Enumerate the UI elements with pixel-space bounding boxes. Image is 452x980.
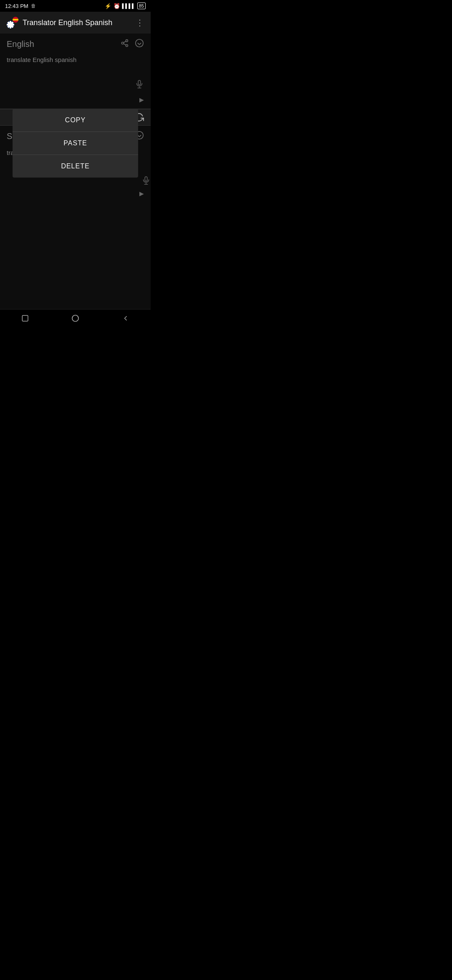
signal-icon: ▌▌▌▌ <box>122 3 135 8</box>
context-menu: COPY PASTE DELETE <box>13 109 138 178</box>
nav-square-button[interactable] <box>17 310 33 327</box>
nav-back-button[interactable] <box>117 310 134 327</box>
status-time: 12:43 PM <box>5 3 28 9</box>
bluetooth-icon: ⚡ <box>105 3 111 9</box>
context-menu-copy[interactable]: COPY <box>13 109 138 132</box>
app-title: Translator English Spanish <box>23 18 131 27</box>
nav-bar <box>0 309 151 327</box>
context-menu-delete[interactable]: DELETE <box>13 155 138 178</box>
battery-icon: 85 <box>137 3 146 9</box>
status-bar-right: ⚡ ⏰ ▌▌▌▌ 85 <box>105 3 146 9</box>
uk-flag <box>7 21 14 28</box>
es-flag <box>13 17 18 23</box>
svg-point-19 <box>72 315 79 321</box>
context-menu-paste[interactable]: PASTE <box>13 132 138 155</box>
status-bar-left: 12:43 PM 🗑 <box>5 3 36 9</box>
status-bar: 12:43 PM 🗑 ⚡ ⏰ ▌▌▌▌ 85 <box>0 0 151 12</box>
nav-home-button[interactable] <box>67 310 84 327</box>
app-logo <box>7 17 18 28</box>
context-menu-overlay[interactable]: COPY PASTE DELETE <box>0 34 151 309</box>
more-options-icon[interactable]: ⋮ <box>136 18 144 28</box>
app-bar: Translator English Spanish ⋮ <box>0 12 151 34</box>
alarm-icon: ⏰ <box>113 3 120 9</box>
main-content: English <box>0 34 151 309</box>
trash-icon: 🗑 <box>31 3 36 9</box>
svg-rect-18 <box>22 315 28 321</box>
